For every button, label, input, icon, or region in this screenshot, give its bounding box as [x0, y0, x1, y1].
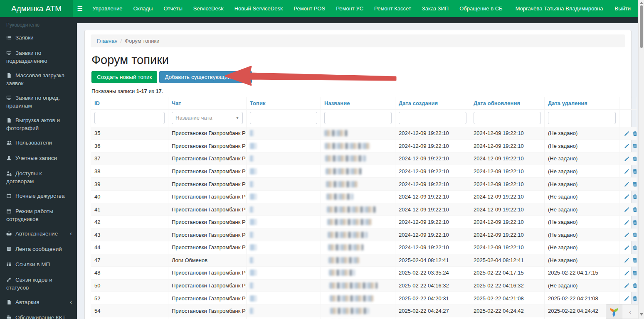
sidebar-item-заявки-по-опред-правилам[interactable]: Заявки по опред. правилам: [0, 91, 77, 113]
edit-pencil-icon[interactable]: [624, 156, 630, 162]
navbar-item-отчёты[interactable]: Отчёты: [158, 0, 188, 17]
column-header-дата-обновления[interactable]: Дата обновления: [470, 97, 545, 110]
cell-topic: [247, 203, 321, 216]
brand-logo[interactable]: Админка АТМ: [0, 0, 73, 17]
edit-pencil-icon[interactable]: [624, 245, 630, 251]
delete-trash-icon[interactable]: [632, 258, 637, 263]
table-row: 39Приостановки Газпромбанк POS2024-12-09…: [91, 178, 637, 191]
cell-chat: Приостановки Газпромбанк POS: [168, 178, 247, 191]
cell-topic: [247, 304, 321, 317]
filter-deleted-input[interactable]: [548, 112, 616, 124]
column-header-дата-удаления[interactable]: Дата удаления: [545, 97, 619, 110]
delete-trash-icon[interactable]: [632, 207, 637, 213]
delete-trash-icon[interactable]: [632, 296, 637, 302]
edit-pencil-icon[interactable]: [624, 270, 630, 276]
logout-link[interactable]: Выйти: [611, 5, 639, 12]
sidebar-item-учетные-записи[interactable]: Учетные записи: [0, 151, 77, 166]
delete-trash-icon[interactable]: [632, 270, 637, 276]
sidebar-item-заявки[interactable]: Заявки: [0, 30, 77, 46]
sidebar-item-лента-сообщений[interactable]: Лента сообщений: [0, 242, 77, 257]
sidebar-item-выгрузка-актов-и-фотографий[interactable]: Выгрузка актов и фотографий: [0, 113, 77, 135]
filter-topic-input[interactable]: [250, 112, 317, 124]
navbar-item-ремонт-pos[interactable]: Ремонт POS: [288, 0, 331, 17]
cell-id: 50: [91, 279, 168, 292]
filter-created-input[interactable]: [399, 112, 466, 124]
add-existing-topic-button[interactable]: Добавить существующий топик: [159, 71, 252, 83]
column-header-чат[interactable]: Чат: [168, 97, 247, 110]
cell-created: 2025-02-04 08:12:41: [395, 254, 470, 267]
cell-name: [321, 152, 395, 165]
navbar-item-обращение-в-сб[interactable]: Обращение в СБ: [454, 0, 508, 17]
cell-actions: [619, 127, 637, 140]
user-name-link[interactable]: Моргачёва Татьяна Владимировна: [508, 5, 611, 12]
delete-trash-icon[interactable]: [632, 220, 637, 226]
sidebar-toggle-icon[interactable]: ☰: [73, 0, 87, 17]
filter-updated-input[interactable]: [474, 112, 541, 124]
table-row: 40Приостановки Газпромбанк POS2024-12-09…: [91, 190, 637, 203]
create-topic-button[interactable]: Создать новый топик: [91, 71, 157, 83]
edit-pencil-icon[interactable]: [624, 258, 630, 263]
sidebar-item-автаркия[interactable]: Автаркия‹: [0, 295, 77, 310]
delete-trash-icon[interactable]: [632, 143, 637, 149]
filter-chat-select[interactable]: Название чата ▼: [172, 112, 243, 124]
sidebar-item-режим-работы-сотрудников[interactable]: Режим работы сотрудников: [0, 204, 77, 226]
cell-created: 2024-12-09 19:22:10: [395, 127, 470, 140]
sidebar-item-обслуживание-ккт[interactable]: Обслуживание ККТ: [0, 310, 77, 319]
column-header-название[interactable]: Название: [321, 97, 395, 110]
cell-name: [321, 228, 395, 241]
column-header-дата-создания[interactable]: Дата создания: [395, 97, 470, 110]
delete-trash-icon[interactable]: [632, 182, 637, 187]
redacted-name: [326, 194, 353, 200]
scrollbar-thumb[interactable]: [640, 5, 643, 48]
cell-chat: Приостановки Газпромбанк POS: [168, 165, 247, 178]
delete-trash-icon[interactable]: [632, 156, 637, 162]
filter-name-input[interactable]: [324, 112, 392, 124]
scroll-down-arrow-icon[interactable]: [640, 313, 643, 316]
edit-pencil-icon[interactable]: [624, 194, 630, 200]
cell-id: 36: [91, 140, 168, 152]
sidebar-item-автоназначение[interactable]: Автоназначение‹: [0, 226, 77, 242]
sidebar-item-заявки-по-подразделению[interactable]: Заявки по подразделению: [0, 46, 77, 68]
navbar-item-новый-servicedesk[interactable]: Новый ServiceDesk: [229, 0, 289, 17]
edit-pencil-icon[interactable]: [624, 296, 630, 302]
chevron-left-icon: ‹: [629, 308, 631, 315]
column-header-топик[interactable]: Топик: [247, 97, 321, 110]
column-header-id[interactable]: ID: [91, 97, 168, 110]
widget-collapse-button[interactable]: ‹: [622, 304, 638, 319]
edit-pencil-icon[interactable]: [624, 220, 630, 226]
delete-trash-icon[interactable]: [632, 169, 637, 174]
navbar-item-servicedesk[interactable]: ServiceDesk: [188, 0, 229, 17]
navbar-item-склады[interactable]: Склады: [128, 0, 158, 17]
edit-pencil-icon[interactable]: [624, 207, 630, 213]
sidebar-item-связи-кодов-и-статусов[interactable]: Связи кодов и статусов: [0, 272, 77, 295]
sidebar-item-доступы-к-договорам[interactable]: Доступы к договорам: [0, 166, 77, 189]
pinwheel-logo-icon[interactable]: [606, 304, 622, 319]
scroll-up-arrow-icon[interactable]: [640, 2, 643, 4]
navbar-item-управление[interactable]: Управление: [87, 0, 128, 17]
navbar-item-ремонт-кассет[interactable]: Ремонт Кассет: [369, 0, 417, 17]
navbar-item-заказ-зип[interactable]: Заказ ЗИП: [417, 0, 454, 17]
edit-pencil-icon[interactable]: [624, 143, 630, 149]
delete-trash-icon[interactable]: [632, 131, 637, 137]
sidebar-item-массовая-загрузка-заявок[interactable]: Массовая загрузка заявок: [0, 68, 77, 91]
table-row: 42Приостановки Газпромбанк POS2024-12-09…: [91, 216, 637, 228]
edit-pencil-icon[interactable]: [624, 283, 630, 289]
edit-pencil-icon[interactable]: [624, 232, 630, 238]
edit-pencil-icon[interactable]: [624, 131, 630, 137]
delete-trash-icon[interactable]: [632, 232, 637, 238]
delete-trash-icon[interactable]: [632, 194, 637, 200]
delete-trash-icon[interactable]: [632, 283, 637, 289]
cell-topic: [247, 165, 321, 178]
filter-id-input[interactable]: [94, 112, 165, 124]
edit-pencil-icon[interactable]: [624, 169, 630, 174]
edit-pencil-icon[interactable]: [624, 182, 630, 187]
column-header-actions: [619, 97, 637, 110]
delete-trash-icon[interactable]: [632, 245, 637, 251]
cell-chat: Приостановки Газпромбанк POS: [168, 241, 247, 254]
sidebar-item-пользователи[interactable]: Пользователи: [0, 135, 77, 151]
sidebar-item-ночные-дежурства[interactable]: Ночные дежурства: [0, 189, 77, 204]
table-filter-row: Название чата ▼: [91, 110, 637, 127]
breadcrumb-home-link[interactable]: Главная: [97, 38, 117, 44]
navbar-item-ремонт-ус[interactable]: Ремонт УС: [331, 0, 369, 17]
sidebar-item-ссылки-в-мп[interactable]: Ссылки в МП: [0, 257, 77, 272]
